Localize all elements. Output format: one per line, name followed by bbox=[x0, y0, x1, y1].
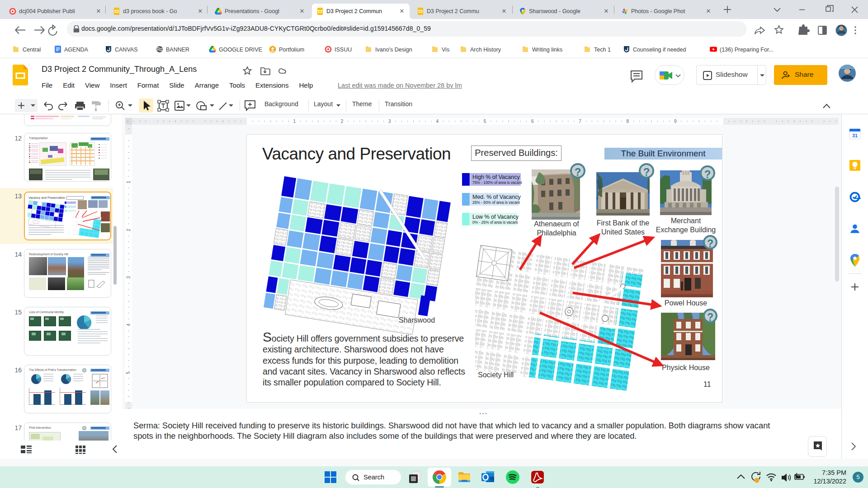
svg-text:2: 2 bbox=[126, 229, 131, 231]
svg-text:5: 5 bbox=[126, 371, 131, 374]
svg-text:9: 9 bbox=[674, 119, 677, 124]
svg-text:5: 5 bbox=[484, 119, 486, 124]
svg-text:8: 8 bbox=[627, 119, 629, 124]
svg-text:4: 4 bbox=[436, 119, 439, 124]
svg-text:2: 2 bbox=[341, 119, 344, 124]
svg-text:4: 4 bbox=[126, 324, 131, 326]
svg-text:7: 7 bbox=[579, 119, 581, 124]
svg-text:3: 3 bbox=[388, 119, 391, 124]
svg-text:31: 31 bbox=[852, 133, 858, 138]
svg-text:3: 3 bbox=[126, 276, 131, 279]
svg-text:1: 1 bbox=[293, 119, 296, 124]
svg-text:6: 6 bbox=[531, 119, 534, 124]
svg-text:1: 1 bbox=[126, 181, 131, 183]
